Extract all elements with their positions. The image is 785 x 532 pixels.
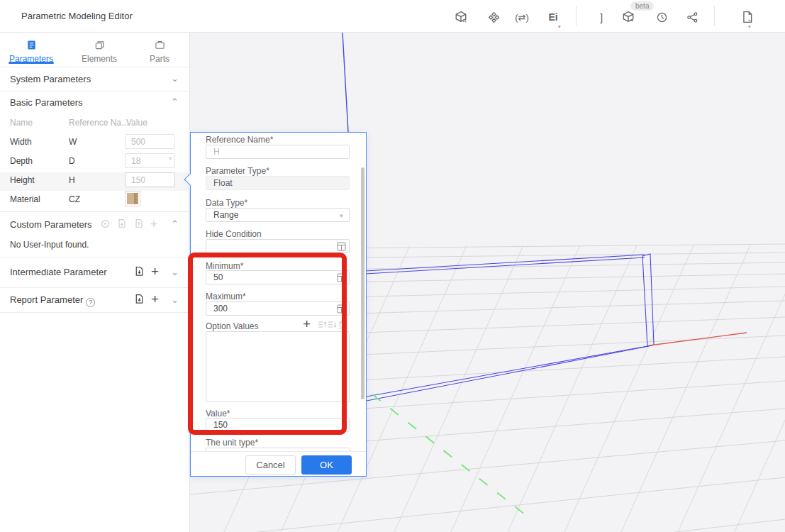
maximum-input[interactable] <box>206 301 350 316</box>
tab-label: Elements <box>72 54 126 64</box>
move-option-down-icon[interactable] <box>328 320 337 329</box>
section-title: Intermediate Parameter <box>10 267 107 277</box>
export-file-icon[interactable] <box>134 218 144 228</box>
tab-label: Parts <box>133 54 186 64</box>
param-ref: W <box>69 137 77 147</box>
history-sync-icon[interactable] <box>655 10 669 24</box>
chevron-up-icon[interactable]: ⌃ <box>171 218 179 229</box>
chevron-up-icon[interactable]: ⌃ <box>171 96 179 107</box>
elements-layers-icon <box>72 38 126 51</box>
chevron-down-icon[interactable]: ⌄ <box>171 73 179 84</box>
data-type-select[interactable] <box>206 208 350 222</box>
dialog-footer: Cancel OK <box>191 451 366 476</box>
field-label: Reference Name* <box>206 135 273 145</box>
edit-parameter-dialog: Reference Name* Parameter Type* Data Typ… <box>190 132 367 477</box>
dropdown-caret-icon[interactable]: ▾ <box>558 24 561 30</box>
formula-icon[interactable] <box>337 272 346 282</box>
section-title: Custom Parameters <box>10 219 92 230</box>
field-label: Data Type* <box>206 198 247 208</box>
list-info-icon[interactable]: Ei <box>546 10 560 24</box>
width-value-input[interactable] <box>125 134 175 149</box>
add-option-icon[interactable]: + <box>303 316 311 332</box>
cube-beta-icon[interactable] <box>621 10 635 24</box>
swap-icon[interactable]: (⇄) <box>515 10 529 24</box>
help-question-icon[interactable]: ? <box>86 298 95 307</box>
y-axis-dashed-line <box>372 394 532 520</box>
section-system-parameters[interactable]: System Parameters ⌄ <box>0 67 190 91</box>
formula-icon[interactable] <box>337 304 346 313</box>
column-header-reference: Reference Na... <box>69 118 128 128</box>
parameter-type-input <box>206 176 350 190</box>
beta-badge: beta <box>630 1 654 11</box>
ok-button[interactable]: OK <box>301 455 352 475</box>
option-values-textarea[interactable] <box>206 331 350 402</box>
material-swatch[interactable] <box>125 191 140 206</box>
minimum-input[interactable] <box>206 270 350 284</box>
field-label: Parameter Type* <box>206 166 269 176</box>
section-custom-parameters[interactable]: Custom Parameters + ⌃ <box>0 211 190 237</box>
component-pattern-icon[interactable] <box>486 10 501 24</box>
section-title: Basic Parameters <box>10 97 83 108</box>
height-value-input[interactable] <box>125 172 175 187</box>
field-label: The unit type* <box>206 438 258 448</box>
param-name: Material <box>10 194 40 204</box>
formula-icon[interactable] <box>337 241 346 250</box>
material-swatch-texture <box>127 193 138 204</box>
empty-state-text: No User-Input found. <box>10 240 89 250</box>
select-caret-icon: ▾ <box>169 155 172 162</box>
share-route-icon[interactable] <box>685 10 699 24</box>
delete-option-icon[interactable] <box>338 320 347 329</box>
field-label: Option Values <box>206 321 259 331</box>
field-label: Maximum* <box>206 292 246 301</box>
parts-folder-icon <box>133 38 186 51</box>
tab-elements[interactable]: Elements <box>72 38 126 64</box>
add-parameter-icon[interactable]: + <box>151 265 159 277</box>
field-label: Minimum* <box>206 261 243 271</box>
dropdown-caret-icon[interactable]: ▾ <box>748 24 751 30</box>
hide-condition-input[interactable] <box>206 239 350 253</box>
param-ref: H <box>69 175 75 185</box>
param-name: Height <box>10 175 35 185</box>
param-name: Width <box>10 137 32 147</box>
parameters-doc-icon <box>4 38 58 51</box>
import-file-icon[interactable] <box>134 294 145 304</box>
z-axis-line <box>343 33 348 132</box>
param-name: Depth <box>10 156 33 166</box>
field-label: Hide Condition <box>206 229 262 239</box>
dialog-scrollbar[interactable] <box>361 167 364 399</box>
toolbar-divider <box>576 6 577 26</box>
tab-parts[interactable]: Parts <box>133 38 186 64</box>
move-option-up-icon[interactable] <box>318 320 327 329</box>
column-header-value: Value <box>126 118 147 128</box>
x-axis-line <box>650 333 747 345</box>
document-export-icon[interactable] <box>740 10 755 24</box>
column-header-name: Name <box>10 118 33 128</box>
field-label: Value* <box>206 409 230 419</box>
select-caret-icon: ▾ <box>340 212 343 219</box>
import-file-icon[interactable] <box>117 218 127 228</box>
section-report-parameter[interactable]: Report Parameter? + ⌄ <box>0 287 190 312</box>
page-title: Parametric Modeling Editor <box>21 11 133 21</box>
import-file-icon[interactable] <box>134 266 145 277</box>
reference-name-input[interactable] <box>206 145 350 159</box>
cube-grid-icon[interactable] <box>454 10 468 24</box>
section-basic-parameters[interactable]: Basic Parameters ⌃ <box>0 91 190 114</box>
tab-parameters[interactable]: Parameters <box>4 38 58 64</box>
cancel-button[interactable]: Cancel <box>245 455 296 475</box>
section-title: Report Parameter? <box>10 294 95 307</box>
divider <box>0 312 190 313</box>
section-intermediate-parameter[interactable]: Intermediate Parameter + ⌄ <box>0 257 190 287</box>
chevron-down-icon[interactable]: ⌄ <box>171 267 179 277</box>
active-tab-underline <box>9 62 54 64</box>
param-ref: D <box>69 156 75 166</box>
add-parameter-icon[interactable]: + <box>150 218 157 230</box>
add-parameter-icon[interactable]: + <box>151 293 159 305</box>
bracket-icon[interactable]: ] <box>594 10 608 24</box>
sidebar-tabbar: Parameters Elements Parts <box>0 33 189 67</box>
param-ref: CZ <box>69 194 80 204</box>
value-input[interactable] <box>206 418 350 432</box>
depth-value-select[interactable] <box>125 153 175 168</box>
target-icon[interactable] <box>100 218 111 229</box>
chevron-down-icon[interactable]: ⌄ <box>171 294 179 305</box>
header-bar: Parametric Modeling Editor (⇄) Ei ▾ ] be… <box>0 0 785 33</box>
